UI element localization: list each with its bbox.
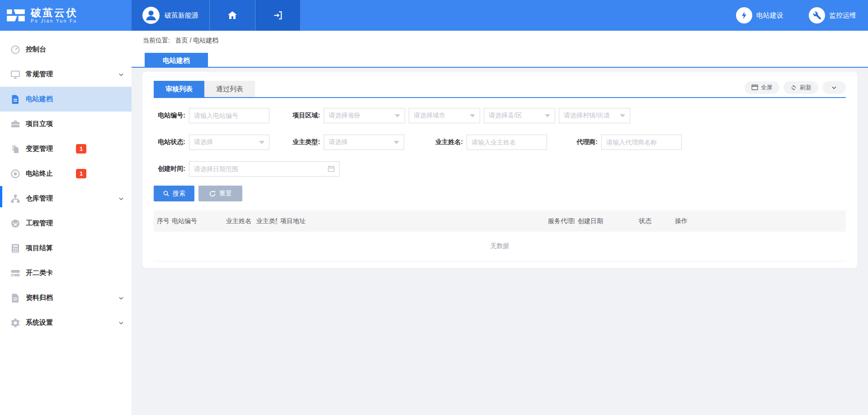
badge-count: 1	[76, 144, 86, 154]
chevron-down-icon	[118, 320, 124, 326]
date-range-input[interactable]	[189, 161, 340, 177]
panel-card: 审核列表 通过列表 全屏	[142, 72, 857, 268]
caret-down-icon	[259, 141, 264, 144]
logout-button[interactable]	[255, 0, 301, 31]
sidebar-item-label: 项目结算	[26, 244, 53, 252]
fullscreen-icon	[751, 84, 758, 90]
sidebar-item-label: 仓库管理	[26, 194, 53, 203]
caret-down-icon	[395, 114, 400, 117]
town-select[interactable]: 请选择村镇/街道	[559, 108, 630, 123]
search-button[interactable]: 搜索	[154, 186, 194, 201]
sidebar-item-label: 项目立项	[26, 120, 53, 128]
table-header-row: 序号 电站编号 业主姓名 业主类型 项目地址 服务代理商 创建日期 状态 操作	[154, 210, 846, 232]
calculator-icon	[10, 243, 21, 254]
station-status-label: 电站状态:	[154, 138, 185, 146]
col-owner-name: 业主姓名	[223, 210, 253, 232]
province-placeholder: 请选择省份	[329, 112, 360, 120]
owner-name-label: 业主姓名:	[431, 138, 463, 146]
badge-count: 1	[76, 169, 86, 178]
logo-icon	[6, 8, 25, 23]
calendar-icon[interactable]	[327, 165, 335, 173]
status-placeholder: 请选择	[194, 138, 213, 146]
sidebar-item-data-archive[interactable]: 资料归档	[0, 285, 132, 310]
agent-label: 代理商:	[566, 138, 598, 146]
breadcrumb-path: 首页 / 电站建档	[175, 37, 219, 44]
county-placeholder: 请选择县/区	[489, 112, 522, 120]
sidebar-item-console[interactable]: 控制台	[0, 37, 132, 62]
gauge-icon	[10, 218, 21, 229]
reset-icon	[209, 190, 216, 197]
sidebar-item-label: 控制台	[26, 45, 46, 54]
owner-type-select[interactable]: 请选择	[324, 135, 404, 150]
chevron-down-icon	[118, 196, 124, 202]
owner-type-placeholder: 请选择	[329, 138, 348, 146]
sitemap-icon	[10, 193, 21, 204]
breadcrumb: 当前位置: 首页 / 电站建档	[132, 31, 868, 45]
empty-state-text: 无数据	[154, 232, 846, 261]
tab-review-list[interactable]: 审核列表	[154, 81, 204, 97]
sidebar-item-system-settings[interactable]: 系统设置	[0, 310, 132, 335]
sidebar-item-project-initiation[interactable]: 项目立项	[0, 112, 132, 136]
col-service-agent: 服务代理商	[545, 210, 575, 232]
sidebar-active-indicator	[0, 186, 2, 207]
app-title: 破茧云伏	[31, 7, 78, 19]
province-select[interactable]: 请选择省份	[324, 108, 405, 123]
monitor-ops-label: 监控运维	[829, 11, 856, 20]
sidebar-item-label: 常规管理	[26, 70, 53, 79]
monitor-icon	[10, 69, 21, 80]
page-tab-station-archive[interactable]: 电站建档	[145, 53, 208, 68]
home-button[interactable]	[210, 0, 255, 31]
fullscreen-button[interactable]: 全屏	[745, 81, 779, 94]
refresh-button[interactable]: 刷新	[783, 81, 818, 94]
sidebar-item-station-terminate[interactable]: 电站终止 1	[0, 161, 132, 186]
station-no-input[interactable]	[189, 108, 269, 123]
breadcrumb-strip: 当前位置: 首页 / 电站建档 电站建档	[132, 31, 868, 68]
caret-down-icon	[470, 114, 475, 117]
search-icon	[163, 190, 170, 197]
dashboard-icon	[10, 44, 21, 55]
region-label: 项目区域:	[288, 112, 320, 120]
app-subtitle: Po Jian Yun Fu	[31, 19, 78, 23]
monitor-ops-link[interactable]: 监控运维	[809, 7, 856, 23]
user-icon	[142, 7, 160, 24]
pages-icon	[10, 144, 21, 154]
town-placeholder: 请选择村镇/街道	[564, 112, 610, 120]
user-menu[interactable]: 破茧新能源	[132, 0, 210, 31]
sidebar-item-class2-card[interactable]: 开二类卡	[0, 261, 132, 285]
search-label: 搜索	[173, 190, 185, 198]
caret-down-icon	[394, 141, 399, 144]
sidebar-item-project-settlement[interactable]: 项目结算	[0, 236, 132, 261]
fullscreen-label: 全屏	[761, 84, 773, 92]
chevron-down-icon	[118, 295, 124, 301]
city-select[interactable]: 请选择城市	[409, 108, 480, 123]
avatar	[142, 7, 160, 24]
station-build-label: 电站建设	[756, 11, 783, 20]
refresh-icon	[790, 84, 797, 91]
reset-button[interactable]: 重置	[198, 186, 242, 201]
station-build-link[interactable]: 电站建设	[736, 7, 783, 23]
city-placeholder: 请选择城市	[414, 112, 445, 120]
lightning-icon	[736, 7, 752, 23]
agent-input[interactable]	[601, 135, 682, 150]
sidebar-item-warehouse-mgmt[interactable]: 仓库管理	[0, 186, 132, 211]
reset-label: 重置	[219, 190, 232, 198]
sidebar-item-engineering-mgmt[interactable]: 工程管理	[0, 211, 132, 236]
company-name: 破茧新能源	[165, 11, 198, 20]
tab-passed-list[interactable]: 通过列表	[204, 81, 255, 97]
collapse-button[interactable]	[822, 81, 846, 94]
caret-down-icon	[545, 114, 550, 117]
archive-icon	[10, 293, 21, 303]
station-status-select[interactable]: 请选择	[189, 135, 269, 150]
station-no-label: 电站编号:	[154, 112, 185, 120]
sidebar-item-change-mgmt[interactable]: 变更管理 1	[0, 136, 132, 161]
chevron-down-icon	[831, 84, 837, 91]
owner-name-input[interactable]	[467, 135, 547, 150]
credit-card-icon	[10, 268, 21, 279]
col-project-address: 项目地址	[277, 210, 545, 232]
briefcase-icon	[10, 119, 21, 130]
sidebar-item-general-mgmt[interactable]: 常规管理	[0, 62, 132, 87]
sidebar-item-station-archive[interactable]: 电站建档	[0, 87, 132, 112]
county-select[interactable]: 请选择县/区	[484, 108, 555, 123]
sidebar-item-label: 电站建档	[26, 95, 53, 103]
home-icon	[227, 10, 238, 21]
